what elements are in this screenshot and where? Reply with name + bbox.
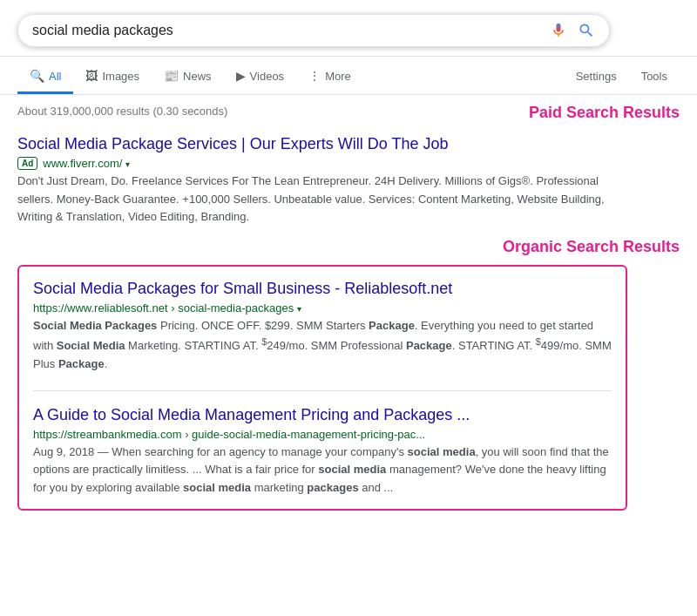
organic-search-label: Organic Search Results [17,238,680,256]
organic-result-2-url-row: https://streambankmedia.com › guide-soci… [33,428,612,441]
organic-result-1-url[interactable]: https://www.reliablesoft.net › social-me… [33,301,301,315]
tab-tools[interactable]: Tools [629,61,680,94]
organic-result-2-url[interactable]: https://streambankmedia.com › guide-soci… [33,428,425,441]
tab-all-label: All [49,70,61,83]
more-icon: ⋮ [308,69,321,83]
videos-icon: ▶ [236,69,246,83]
search-icon[interactable] [578,22,595,39]
organic-result-1: Social Media Packages for Small Business… [33,279,612,373]
tab-videos[interactable]: ▶ Videos [224,60,297,94]
ad-snippet: Don't Just Dream, Do. Freelance Services… [17,173,610,225]
tab-more[interactable]: ⋮ More [296,60,363,94]
organic-result-2: A Guide to Social Media Management Prici… [33,405,612,497]
ad-badge: Ad [17,157,37,170]
paid-search-label: Paid Search Results [529,104,680,122]
tab-tools-label: Tools [641,70,667,83]
ad-result-title[interactable]: Social Media Package Services | Our Expe… [17,135,449,152]
ad-result: Social Media Package Services | Our Expe… [17,134,680,226]
organic-result-1-title[interactable]: Social Media Packages for Small Business… [33,280,452,297]
tab-images-label: Images [102,70,139,83]
tab-news[interactable]: 📰 News [152,60,224,94]
tab-more-label: More [325,70,351,83]
organic-result-2-snippet: Aug 9, 2018 — When searching for an agen… [33,443,612,496]
tab-images[interactable]: 🖼 Images [73,60,152,94]
search-icons [550,22,595,39]
search-bar [17,14,610,47]
organic-result-1-dropdown-icon[interactable]: ▾ [297,304,301,314]
tab-settings[interactable]: Settings [564,61,629,94]
organic-result-2-title[interactable]: A Guide to Social Media Management Prici… [33,406,470,423]
ad-url-dropdown-icon[interactable]: ▾ [125,159,130,169]
ad-url[interactable]: www.fiverr.com/ ▾ [43,157,130,170]
ad-url-row: Ad www.fiverr.com/ ▾ [17,157,680,170]
tab-videos-label: Videos [250,70,285,83]
organic-results-box: Social Media Packages for Small Business… [17,265,627,511]
tab-all[interactable]: 🔍 All [17,60,73,94]
tab-settings-label: Settings [576,70,617,83]
search-input[interactable] [32,23,550,38]
organic-result-1-url-row: https://www.reliablesoft.net › social-me… [33,301,612,315]
results-area: About 319,000,000 results (0.30 seconds)… [0,95,697,528]
mic-icon[interactable] [550,22,567,39]
search-bar-container [0,0,697,57]
organic-result-1-snippet: Social Media Packages Pricing. ONCE OFF.… [33,317,612,373]
news-icon: 📰 [164,69,179,83]
results-stats: About 319,000,000 results (0.30 seconds) [17,105,227,118]
organic-divider [33,390,612,391]
nav-right: Settings Tools [564,61,680,94]
nav-tabs: 🔍 All 🖼 Images 📰 News ▶ Videos ⋮ More Se… [0,57,697,95]
images-icon: 🖼 [85,69,98,83]
tab-news-label: News [183,70,212,83]
all-icon: 🔍 [30,69,44,83]
